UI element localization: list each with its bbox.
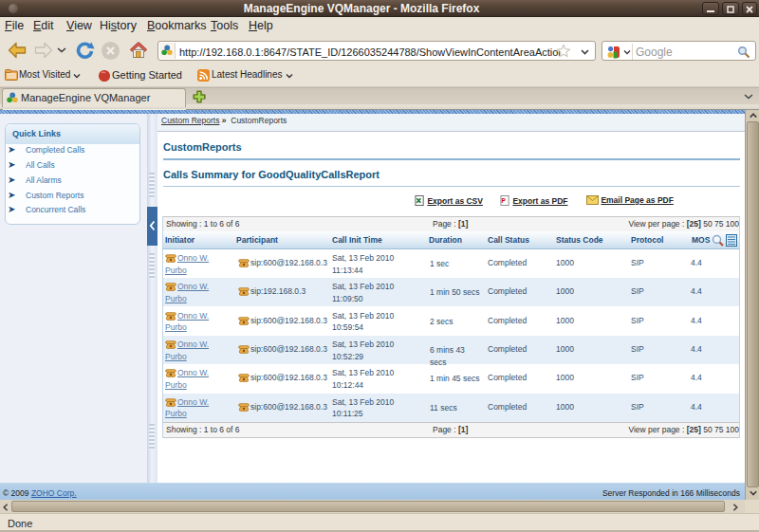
svg-text:P: P: [501, 197, 506, 204]
